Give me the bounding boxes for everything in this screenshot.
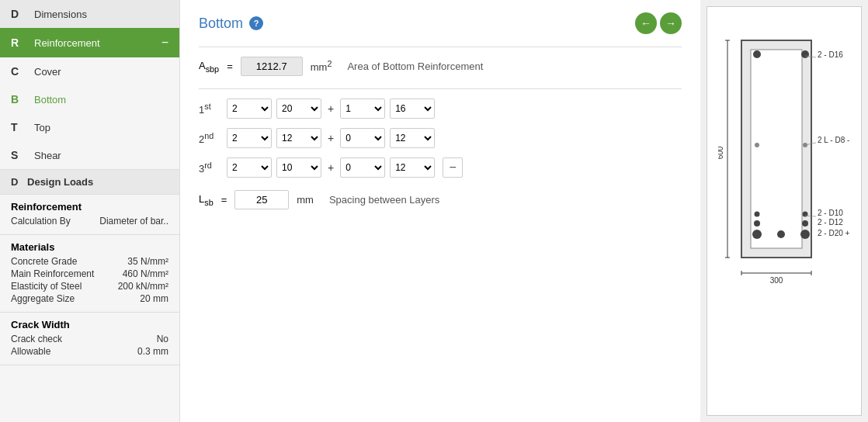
layer-2-label: 2nd (199, 131, 222, 145)
top-bar: Bottom ? ← → (199, 12, 682, 34)
layer-1-dia1[interactable]: 20681012162532 (276, 99, 321, 119)
nav-arrows: ← → (635, 12, 682, 34)
side-bar-l1 (755, 143, 759, 147)
link-bar-label: 2 L - D8 - 200 (818, 136, 850, 144)
bottom-bar-l1-1 (752, 230, 762, 239)
design-loads-section[interactable]: D Design Loads (0, 169, 179, 195)
bottom-bar-label-1: 2 - D10 (818, 209, 843, 217)
sidebar-label-shear: Shear (34, 150, 168, 161)
bottom-bar-center (777, 230, 785, 238)
layer-3-count1[interactable]: 20134 (227, 157, 272, 178)
sidebar-letter-s: S (11, 149, 28, 161)
sidebar-letter-b: B (11, 93, 28, 106)
top-bar-right (801, 50, 809, 58)
sidebar-label-cover: Cover (34, 66, 168, 78)
section-diagram: 600 300 2 - D16 2 L - D8 - 200 2 - D10 2… (718, 25, 850, 397)
layer-1-count2[interactable]: 10234 (340, 99, 385, 119)
materials-info: Materials Concrete Grade 35 N/mm² Main R… (0, 235, 179, 313)
sidebar: D Dimensions R Reinforcement − C Cover B… (0, 0, 180, 422)
layer-2-count2[interactable]: 01234 (340, 128, 385, 148)
page-title-area: Bottom ? (199, 16, 263, 32)
concrete-grade-value: 35 N/mm² (127, 256, 168, 267)
layer-3-remove-button[interactable]: − (443, 157, 463, 178)
crack-width-title: Crack Width (11, 319, 168, 330)
area-eq: = (227, 61, 233, 72)
layer-3-dia1[interactable]: 10681216202532 (276, 157, 321, 178)
elasticity-label: Elasticity of Steel (11, 281, 82, 292)
sidebar-label-dimensions: Dimensions (34, 9, 168, 20)
layer-2-dia1[interactable]: 12681016202532 (276, 128, 321, 148)
sidebar-letter-c: C (11, 65, 28, 78)
layer-2-dia2[interactable]: 12681016202532 (390, 128, 435, 148)
layer-1-label: 1st (199, 102, 222, 116)
area-value: 1212.7 (241, 57, 303, 76)
spacing-row: Lsb = 25 mm Spacing between Layers (199, 190, 682, 209)
allowable-value: 0.3 mm (137, 346, 168, 357)
crack-check-label: Crack check (11, 334, 62, 344)
main-content: Bottom ? ← → Asbp = 1212.7 mm2 Area of B… (180, 0, 700, 422)
sidebar-item-top[interactable]: T Top (0, 113, 179, 141)
sidebar-item-bottom[interactable]: B Bottom (0, 85, 179, 113)
layer-1-plus: + (328, 102, 334, 115)
concrete-grade-row: Concrete Grade 35 N/mm² (11, 256, 168, 267)
area-sub: sbp (206, 64, 219, 73)
bottom-bar-l3-1 (755, 212, 760, 217)
spacing-input[interactable]: 25 (234, 190, 289, 209)
design-loads-text: Design Loads (27, 176, 93, 188)
sidebar-letter-r: R (11, 36, 28, 49)
divider-top (199, 47, 682, 47)
aggregate-label: Aggregate Size (11, 293, 75, 304)
bottom-bar-l2-1 (754, 220, 760, 227)
design-loads-label: D Design Loads (11, 176, 168, 188)
sidebar-letter-t: T (11, 121, 28, 133)
bottom-bar-label-2: 2 - D12 (818, 218, 843, 227)
spacing-sub: sb (204, 197, 213, 206)
top-bar-label: 2 - D16 (818, 50, 843, 59)
height-dim-label: 600 (718, 146, 724, 159)
top-bar-left (753, 50, 761, 58)
sidebar-item-dimensions[interactable]: D Dimensions (0, 0, 179, 28)
sidebar-item-cover[interactable]: C Cover (0, 57, 179, 85)
layer-1-count1[interactable]: 20134 (227, 99, 272, 119)
aggregate-row: Aggregate Size 20 mm (11, 293, 168, 304)
sidebar-item-shear[interactable]: S Shear (0, 141, 179, 169)
layer-2-count1[interactable]: 20134 (227, 128, 272, 148)
nav-back-button[interactable]: ← (635, 12, 657, 34)
materials-title: Materials (11, 241, 168, 253)
nav-forward-button[interactable]: → (660, 12, 682, 34)
spacing-eq: = (221, 194, 227, 206)
reinforcement-info-title: Reinforcement (11, 201, 168, 213)
sidebar-letter-d2: D (11, 176, 18, 188)
divider-mid (199, 88, 682, 89)
sidebar-label-reinforcement: Reinforcement (34, 37, 161, 49)
sidebar-minus-icon: − (161, 36, 168, 50)
width-dim-label: 300 (770, 276, 783, 285)
main-reinf-row: Main Reinforcement 460 N/mm² (11, 268, 168, 279)
concrete-grade-label: Concrete Grade (11, 256, 77, 267)
layer-3-dia2[interactable]: 12681016202532 (390, 157, 435, 178)
spacing-label: Lsb (199, 193, 214, 207)
elasticity-row: Elasticity of Steel 200 kN/mm² (11, 281, 168, 292)
crack-check-value: No (157, 334, 168, 344)
elasticity-value: 200 kN/mm² (118, 281, 168, 292)
layer-3-plus: + (328, 161, 334, 174)
layer-2-plus: + (328, 132, 334, 144)
area-unit: mm2 (311, 59, 332, 73)
area-row: Asbp = 1212.7 mm2 Area of Bottom Reinfor… (199, 57, 682, 76)
aggregate-value: 20 mm (140, 293, 168, 304)
calc-by-row: Calculation By Diameter of bar.. (11, 216, 168, 227)
crack-width-info: Crack Width Crack check No Allowable 0.3… (0, 313, 179, 365)
layer-1-dia2[interactable]: 16681012202532 (390, 99, 435, 119)
spacing-unit: mm (297, 194, 314, 206)
page-title: Bottom (199, 16, 243, 32)
sidebar-item-reinforcement[interactable]: R Reinforcement − (0, 28, 179, 57)
layer-1-row: 1st 20134 20681012162532 + 10234 1668101… (199, 99, 682, 119)
layer-3-count2[interactable]: 01234 (340, 157, 385, 178)
calc-by-value: Diameter of bar.. (99, 216, 168, 227)
area-desc: Area of Bottom Reinforcement (347, 61, 483, 72)
svg-rect-1 (751, 50, 802, 248)
crack-check-row: Crack check No (11, 334, 168, 344)
diagram-panel: 600 300 2 - D16 2 L - D8 - 200 2 - D10 2… (707, 6, 862, 416)
calc-by-label: Calculation By (11, 216, 71, 227)
help-icon[interactable]: ? (249, 16, 263, 30)
